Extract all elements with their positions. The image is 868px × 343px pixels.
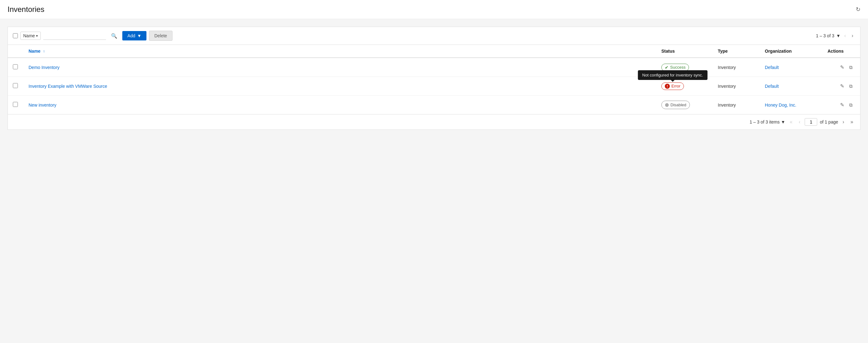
prev-page-button[interactable]: ‹: [842, 32, 848, 39]
content-area: Name ▾ 🔍 Add ▼ Delete 1 – 3 of 3 ▼ ‹ ›: [0, 19, 868, 137]
row-2-checkbox[interactable]: [13, 83, 18, 88]
items-per-page-wrapper: 1 – 3 of 3 items ▼: [750, 120, 785, 124]
search-button[interactable]: 🔍: [108, 32, 120, 40]
row-2-org-cell: Default: [760, 77, 823, 96]
next-page-button-footer[interactable]: ›: [841, 119, 846, 125]
row-3-actions-cell: ✎⧉: [823, 96, 860, 115]
row-1-name-cell: Demo Inventory: [24, 58, 656, 77]
row-3-edit-button[interactable]: ✎: [838, 101, 847, 109]
row-1-actions-cell: ✎⧉: [823, 58, 860, 77]
row-2-status-cell: Not configured for inventory sync.! Erro…: [656, 77, 713, 96]
col-header-name[interactable]: Name ↑: [24, 45, 656, 58]
copy-icon: ⧉: [849, 102, 852, 107]
add-button[interactable]: Add ▼: [122, 31, 147, 40]
row-1-checkbox-cell: [8, 58, 24, 77]
inventories-table: Name ↑ Status Type Organization Actions: [8, 45, 860, 114]
row-2-copy-button[interactable]: ⧉: [847, 82, 855, 90]
col-header-status: Status: [656, 45, 713, 58]
row-2-name-cell: Inventory Example with VMWare Source: [24, 77, 656, 96]
toolbar: Name ▾ 🔍 Add ▼ Delete 1 – 3 of 3 ▼ ‹ ›: [7, 27, 861, 44]
filter-label: Name: [23, 33, 35, 38]
row-2-tooltip-container: Not configured for inventory sync.! Erro…: [661, 83, 684, 90]
first-page-button[interactable]: «: [788, 119, 794, 125]
row-1-status-cell: ✔ Success: [656, 58, 713, 77]
col-header-actions: Actions: [823, 45, 860, 58]
row-2-name-link[interactable]: Inventory Example with VMWare Source: [29, 84, 107, 89]
row-3-status-cell: ⊗ Disabled: [656, 96, 713, 115]
items-summary: 1 – 3 of 3 items: [750, 120, 780, 124]
row-3-org-link[interactable]: Honey Dog, Inc.: [765, 102, 796, 107]
page-title: Inventories: [7, 5, 44, 14]
sort-up-icon: ↑: [43, 49, 45, 54]
search-icon: 🔍: [111, 33, 117, 38]
row-3-type-cell: Inventory: [713, 96, 760, 115]
pagination-summary: 1 – 3 of 3: [816, 33, 834, 38]
row-3-checkbox-cell: [8, 96, 24, 115]
row-2-org-link[interactable]: Default: [765, 84, 779, 89]
row-2-type-cell: Inventory: [713, 77, 760, 96]
page-header: Inventories ↻: [0, 0, 868, 19]
row-3-copy-button[interactable]: ⧉: [847, 101, 855, 109]
delete-button[interactable]: Delete: [149, 31, 172, 41]
last-page-button[interactable]: »: [848, 119, 855, 125]
row-3-name-cell: New inventory: [24, 96, 656, 115]
pencil-icon: ✎: [840, 65, 844, 70]
select-all-checkbox[interactable]: [13, 33, 18, 38]
of-page-label: of 1 page: [820, 120, 838, 124]
row-1-checkbox[interactable]: [13, 64, 18, 69]
filter-select[interactable]: Name ▾: [20, 32, 41, 40]
prev-page-button-footer[interactable]: ‹: [797, 119, 802, 125]
row-3-name-link[interactable]: New inventory: [29, 102, 57, 107]
pencil-icon: ✎: [840, 102, 844, 107]
row-3-org-cell: Honey Dog, Inc.: [760, 96, 823, 115]
history-icon[interactable]: ↻: [856, 6, 861, 13]
col-header-organization: Organization: [760, 45, 823, 58]
next-page-button[interactable]: ›: [850, 32, 855, 39]
row-1-name-link[interactable]: Demo Inventory: [29, 65, 60, 70]
footer-bar: 1 – 3 of 3 items ▼ « ‹ of 1 page › »: [7, 115, 861, 130]
search-input[interactable]: [43, 32, 106, 40]
add-label: Add: [127, 33, 135, 38]
filter-chevron-icon: ▾: [36, 34, 38, 38]
copy-icon: ⧉: [849, 84, 852, 89]
pagination-info: 1 – 3 of 3 ▼ ‹ ›: [816, 32, 855, 39]
col-header-type: Type: [713, 45, 760, 58]
items-per-page-dropdown-icon[interactable]: ▼: [781, 120, 785, 124]
table-body: Demo Inventory✔ SuccessInventoryDefault✎…: [8, 58, 860, 114]
row-1-org-link[interactable]: Default: [765, 65, 779, 70]
row-1-edit-button[interactable]: ✎: [838, 63, 847, 71]
copy-icon: ⧉: [849, 65, 852, 70]
pencil-icon: ✎: [840, 84, 844, 89]
row-1-org-cell: Default: [760, 58, 823, 77]
page-number-input[interactable]: [805, 118, 817, 126]
row-2-checkbox-cell: [8, 77, 24, 96]
add-chevron-icon: ▼: [137, 33, 142, 38]
col-header-checkbox: [8, 45, 24, 58]
row-2-actions-cell: ✎⧉: [823, 77, 860, 96]
row-2-status-badge: ! Error: [661, 83, 684, 90]
table-row: New inventory⊗ DisabledInventoryHoney Do…: [8, 96, 860, 115]
pagination-dropdown-icon[interactable]: ▼: [836, 33, 840, 38]
table-row: Demo Inventory✔ SuccessInventoryDefault✎…: [8, 58, 860, 77]
table-container: Name ↑ Status Type Organization Actions: [7, 44, 861, 115]
row-1-type-cell: Inventory: [713, 58, 760, 77]
table-row: Inventory Example with VMWare SourceNot …: [8, 77, 860, 96]
table-header-row: Name ↑ Status Type Organization Actions: [8, 45, 860, 58]
row-1-copy-button[interactable]: ⧉: [847, 63, 855, 71]
row-3-checkbox[interactable]: [13, 102, 18, 107]
delete-label: Delete: [154, 33, 167, 38]
row-3-status-badge: ⊗ Disabled: [661, 101, 690, 109]
row-1-status-badge: ✔ Success: [661, 64, 689, 71]
row-2-edit-button[interactable]: ✎: [838, 82, 847, 90]
